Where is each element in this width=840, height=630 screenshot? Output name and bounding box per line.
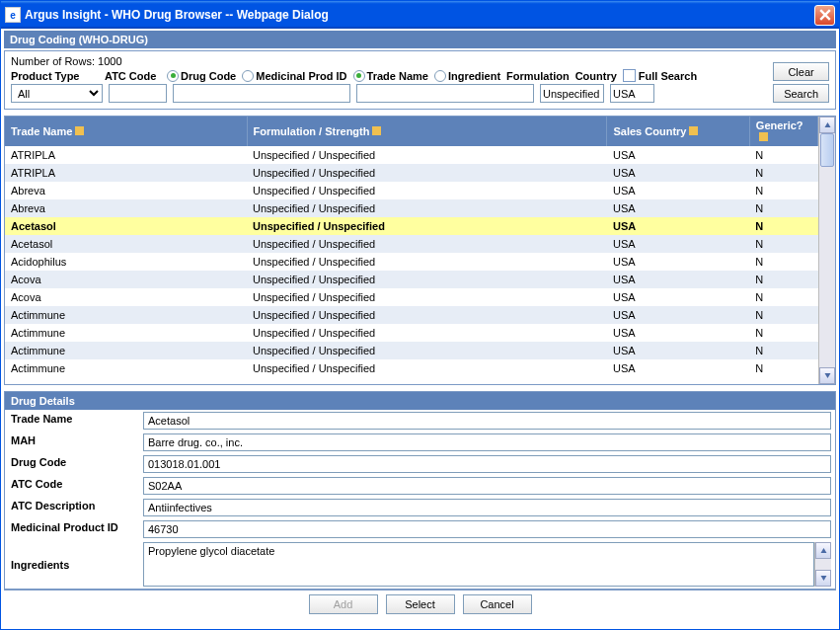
cell-country: USA — [607, 324, 749, 342]
col-trade-name[interactable]: Trade Name — [5, 117, 247, 146]
country-input[interactable] — [610, 84, 654, 103]
cell-gen: N — [749, 199, 817, 217]
radio-dot-icon — [353, 70, 365, 82]
cell-country: USA — [607, 182, 749, 199]
clear-button[interactable]: Clear — [773, 62, 829, 81]
mah-value: Barre drug. co., inc. — [143, 433, 831, 451]
cell-trade: Acetasol — [5, 235, 247, 253]
search-button[interactable]: Search — [773, 84, 829, 103]
product-type-select[interactable]: All — [11, 84, 103, 103]
scroll-up-icon[interactable] — [815, 542, 831, 559]
cell-trade: Acetasol — [5, 217, 247, 235]
table-row[interactable]: ActimmuneUnspecified / UnspecifiedUSAN — [5, 359, 818, 377]
cell-country: USA — [607, 217, 749, 235]
drug-details-panel: Drug Details Trade Name Acetasol MAH Bar… — [4, 391, 836, 590]
full-search-checkbox[interactable]: Full Search — [623, 69, 697, 82]
cell-form: Unspecified / Unspecified — [247, 235, 607, 253]
table-row[interactable]: ActimmuneUnspecified / UnspecifiedUSAN — [5, 324, 818, 342]
sort-icon — [689, 126, 698, 135]
close-button[interactable] — [814, 5, 835, 26]
cell-country: USA — [607, 359, 749, 377]
app-icon: e — [5, 7, 21, 23]
trade-name-input[interactable] — [356, 84, 534, 103]
cell-country: USA — [607, 164, 749, 182]
col-formulation[interactable]: Formulation / Strength — [247, 117, 607, 146]
dialog-window: e Argus Insight - WHO Drug Browser -- We… — [0, 0, 840, 630]
atc-code-value: S02AA — [143, 477, 831, 495]
medicinal-id-value: 46730 — [143, 520, 831, 538]
cell-trade: Abreva — [5, 199, 247, 217]
table-row[interactable]: AcovaUnspecified / UnspecifiedUSAN — [5, 271, 818, 288]
cell-trade: Actimmune — [5, 342, 247, 359]
cell-trade: Abreva — [5, 182, 247, 199]
cell-gen: N — [749, 288, 817, 306]
formulation-input[interactable] — [540, 84, 604, 103]
drug-code-radio[interactable]: Drug Code — [167, 70, 236, 82]
cell-form: Unspecified / Unspecified — [247, 359, 607, 377]
trade-name-label: Trade Name — [5, 410, 143, 432]
radio-circle-icon — [434, 70, 446, 82]
scroll-thumb[interactable] — [820, 133, 834, 167]
cell-trade: Acova — [5, 271, 247, 288]
trade-name-value: Acetasol — [143, 412, 831, 430]
footer-buttons: Add Select Cancel — [4, 590, 836, 618]
trade-name-radio[interactable]: Trade Name — [353, 70, 428, 82]
cell-country: USA — [607, 271, 749, 288]
ingredients-value: Propylene glycol diacetate — [143, 542, 814, 587]
close-icon — [819, 9, 831, 21]
atc-code-input[interactable] — [109, 84, 167, 103]
table-row[interactable]: AbrevaUnspecified / UnspecifiedUSAN — [5, 199, 818, 217]
cell-country: USA — [607, 306, 749, 324]
table-row[interactable]: AcovaUnspecified / UnspecifiedUSAN — [5, 288, 818, 306]
select-button[interactable]: Select — [386, 594, 455, 614]
cell-form: Unspecified / Unspecified — [247, 217, 607, 235]
cell-trade: Actimmune — [5, 359, 247, 377]
cell-form: Unspecified / Unspecified — [247, 271, 607, 288]
cell-gen: N — [749, 217, 817, 235]
product-type-label: Product Type — [11, 70, 99, 82]
table-row[interactable]: AbrevaUnspecified / UnspecifiedUSAN — [5, 182, 818, 199]
table-row[interactable]: ATRIPLAUnspecified / UnspecifiedUSAN — [5, 164, 818, 182]
cell-country: USA — [607, 199, 749, 217]
medicinal-prod-id-radio[interactable]: Medicinal Prod ID — [242, 70, 346, 82]
table-row[interactable]: AcidophilusUnspecified / UnspecifiedUSAN — [5, 253, 818, 271]
rows-count-label: Number of Rows: 1000 — [11, 55, 773, 67]
cell-form: Unspecified / Unspecified — [247, 324, 607, 342]
scroll-down-icon[interactable] — [815, 570, 831, 587]
cell-gen: N — [749, 359, 817, 377]
table-row[interactable]: ActimmuneUnspecified / UnspecifiedUSAN — [5, 306, 818, 324]
sort-icon — [75, 126, 84, 135]
col-sales-country[interactable]: Sales Country — [607, 117, 749, 146]
ingredient-radio[interactable]: Ingredient — [434, 70, 500, 82]
cell-gen: N — [749, 235, 817, 253]
cell-trade: Acova — [5, 288, 247, 306]
title-bar[interactable]: e Argus Insight - WHO Drug Browser -- We… — [1, 1, 839, 29]
atc-code-label: ATC Code — [5, 475, 143, 497]
table-row[interactable]: ActimmuneUnspecified / UnspecifiedUSAN — [5, 342, 818, 359]
scroll-down-icon[interactable] — [819, 367, 835, 384]
radio-dot-icon — [167, 70, 179, 82]
cell-form: Unspecified / Unspecified — [247, 342, 607, 359]
drug-code-value: 013018.01.001 — [143, 455, 831, 473]
cell-gen: N — [749, 324, 817, 342]
cell-form: Unspecified / Unspecified — [247, 164, 607, 182]
table-row[interactable]: AcetasolUnspecified / UnspecifiedUSAN — [5, 217, 818, 235]
cell-form: Unspecified / Unspecified — [247, 182, 607, 199]
scroll-up-icon[interactable] — [819, 117, 835, 133]
atc-code-label: ATC Code — [105, 70, 161, 82]
drug-code-input[interactable] — [173, 84, 350, 103]
add-button[interactable]: Add — [309, 594, 378, 614]
table-row[interactable]: AcetasolUnspecified / UnspecifiedUSAN — [5, 235, 818, 253]
grid-scrollbar[interactable] — [818, 117, 835, 384]
cell-gen: N — [749, 182, 817, 199]
col-generic[interactable]: Generic? — [749, 117, 817, 146]
content-area: Drug Coding (WHO-DRUG) Number of Rows: 1… — [1, 29, 839, 629]
ingredients-scrollbar[interactable] — [814, 542, 831, 587]
window-title: Argus Insight - WHO Drug Browser -- Webp… — [25, 8, 814, 22]
cell-form: Unspecified / Unspecified — [247, 199, 607, 217]
cell-form: Unspecified / Unspecified — [247, 253, 607, 271]
cancel-button[interactable]: Cancel — [463, 594, 532, 614]
table-row[interactable]: ATRIPLAUnspecified / UnspecifiedUSAN — [5, 146, 818, 164]
cell-trade: ATRIPLA — [5, 146, 247, 164]
country-label: Country — [575, 70, 617, 82]
